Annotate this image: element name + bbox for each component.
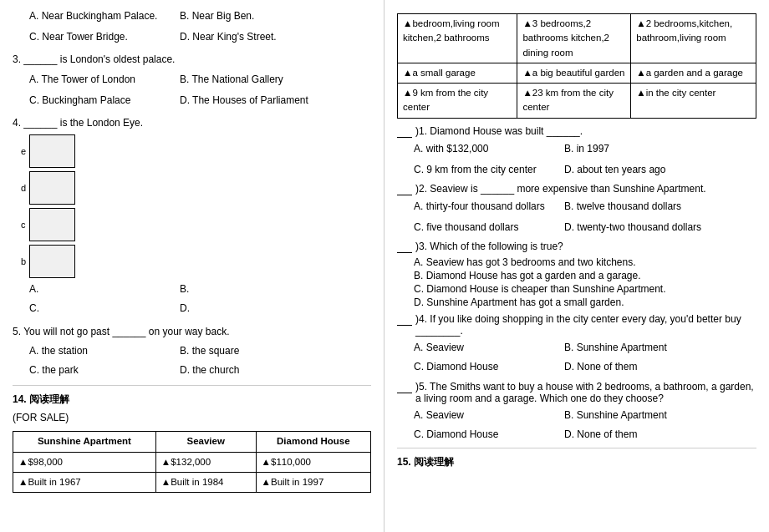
q11-text: )1. Diamond House was built ______. xyxy=(415,125,756,137)
q13-paren xyxy=(397,241,412,253)
option-c: C. Near Tower Bridge. xyxy=(29,29,163,45)
property-details-table: ▲bedroom,living room kitchen,2 bathrooms… xyxy=(397,13,756,119)
q12-b: B. twelve thousand dollars xyxy=(564,199,698,215)
q3-c: C. Buckingham Palace xyxy=(29,93,163,109)
q4-c: C. xyxy=(29,301,163,317)
table-header-row: Sunshine Apartment Seaview Diamond House xyxy=(13,432,371,452)
q5-text: 5. You will not go past ______ on your w… xyxy=(13,324,371,340)
q13-text: )3. Which of the following is true? xyxy=(415,241,756,252)
q15-d: D. None of them xyxy=(564,427,698,443)
q14-block: )4. If you like doing shopping in the ci… xyxy=(397,313,756,337)
sunshine-year: ▲Built in 1967 xyxy=(13,472,156,492)
q11-paren xyxy=(397,125,412,138)
q12-options: A. thirty-four thousand dollars B. twelv… xyxy=(414,199,756,215)
q15-c: C. Diamond House xyxy=(414,427,547,443)
q3-d: D. The Houses of Parliament xyxy=(180,93,313,109)
table-row-year: ▲Built in 1967 ▲Built in 1984 ▲Built in … xyxy=(13,472,371,492)
q5-c: C. the park xyxy=(29,362,163,378)
q14-paren xyxy=(397,313,412,326)
q14-options: A. Seaview B. Sunshine Apartment C. Diam… xyxy=(414,340,756,375)
option-b: B. Near Big Ben. xyxy=(180,8,313,24)
q3-b: B. The National Gallery xyxy=(180,72,313,88)
property-table: Sunshine Apartment Seaview Diamond House… xyxy=(13,431,371,493)
sunshine-price: ▲$98,000 xyxy=(13,452,156,472)
option-d: D. Near King's Street. xyxy=(180,29,313,45)
prop-seaview-rooms: ▲3 bedrooms,2 bathrooms kitchen,2 dining… xyxy=(517,14,631,63)
q11-b: B. in 1997 xyxy=(564,141,698,157)
q3-a: A. The Tower of London xyxy=(29,72,163,88)
q14-d: D. None of them xyxy=(564,359,698,375)
q11-options: A. with $132,000 B. in 1997 xyxy=(414,141,756,157)
diamond-year: ▲Built in 1997 xyxy=(256,472,370,492)
q12-options2: C. five thousand dollars D. twenty-two t… xyxy=(414,220,756,236)
q13-a: A. Seaview has got 3 bedrooms and two ki… xyxy=(414,256,756,268)
q15-paren xyxy=(397,381,412,393)
q12-text: )2. Seaview is ______ more expensive tha… xyxy=(415,183,756,195)
seaview-price: ▲$132,000 xyxy=(155,452,256,472)
q15-text: )5. The Smiths want to buy a house with … xyxy=(415,381,756,404)
left-panel: A. Near Buckingham Palace. B. Near Big B… xyxy=(0,0,384,532)
prop-seaview-location: ▲23 km from the city center xyxy=(517,84,631,119)
img-label-d: d xyxy=(21,183,26,193)
q13-b: B. Diamond House has got a garden and a … xyxy=(414,270,756,281)
q11-block: )1. Diamond House was built ______. xyxy=(397,125,756,138)
q3-text: 3. ______ is London's oldest palace. xyxy=(13,52,371,68)
q15-a: A. Seaview xyxy=(414,408,547,423)
section15-divider xyxy=(397,448,756,448)
q5-d: D. the church xyxy=(180,362,313,378)
prop-sunshine-rooms: ▲bedroom,living room kitchen,2 bathrooms xyxy=(398,14,517,63)
col-sunshine: Sunshine Apartment xyxy=(13,432,156,452)
q4-b: B. xyxy=(180,281,313,297)
prop-sunshine-garage: ▲a small garage xyxy=(398,63,517,83)
q15-options: A. Seaview B. Sunshine Apartment C. Diam… xyxy=(414,408,756,443)
img-label-c: c xyxy=(21,220,26,230)
q14-c: C. Diamond House xyxy=(414,359,547,375)
q3-block: 3. ______ is London's oldest palace. A. … xyxy=(13,52,371,109)
q4-text: 4. ______ is the London Eye. xyxy=(13,115,371,131)
img-label-b: b xyxy=(21,256,26,266)
option-a: A. Near Buckingham Palace. xyxy=(29,8,163,24)
q12-a: A. thirty-four thousand dollars xyxy=(414,199,547,215)
q14-a: A. Seaview xyxy=(414,340,547,356)
col-diamond: Diamond House xyxy=(256,432,370,452)
prop-diamond-location: ▲in the city center xyxy=(631,84,756,119)
q14-b: B. Sunshine Apartment xyxy=(564,340,698,356)
q12-c: C. five thousand dollars xyxy=(414,220,547,236)
q15-block: )5. The Smiths want to buy a house with … xyxy=(397,381,756,404)
col-seaview: Seaview xyxy=(155,432,256,452)
q5-a: A. the station xyxy=(29,343,163,359)
q11-a: A. with $132,000 xyxy=(414,141,547,157)
q12-block: )2. Seaview is ______ more expensive tha… xyxy=(397,183,756,195)
q4-a: A. xyxy=(29,281,163,297)
prop-row-location: ▲9 km from the city center ▲23 km from t… xyxy=(398,84,756,119)
q13-d: D. Sunshine Apartment has got a small ga… xyxy=(414,296,756,308)
prop-seaview-garage: ▲a big beautiful garden xyxy=(517,63,631,83)
section14-title: 14. 阅读理解 xyxy=(13,393,371,407)
prop-diamond-rooms: ▲2 bedrooms,kitchen, bathroom,living roo… xyxy=(631,14,756,63)
q4-d: D. xyxy=(180,301,313,317)
q11-d: D. about ten years ago xyxy=(564,162,698,178)
table-row-price: ▲$98,000 ▲$132,000 ▲$110,000 xyxy=(13,452,371,472)
intro-options: A. Near Buckingham Palace. B. Near Big B… xyxy=(13,8,371,45)
q15-b: B. Sunshine Apartment xyxy=(564,408,698,423)
q11-c: C. 9 km from the city center xyxy=(414,162,547,178)
img-label-e: e xyxy=(21,146,26,156)
section15-title: 15. 阅读理解 xyxy=(397,455,756,469)
seaview-year: ▲Built in 1984 xyxy=(155,472,256,492)
prop-row-garage: ▲a small garage ▲a big beautiful garden … xyxy=(398,63,756,83)
prop-row-rooms: ▲bedroom,living room kitchen,2 bathrooms… xyxy=(398,14,756,63)
q4-block: 4. ______ is the London Eye. e d c b xyxy=(13,115,371,317)
right-panel: ▲bedroom,living room kitchen,2 bathrooms… xyxy=(384,0,769,532)
q5-b: B. the square xyxy=(180,343,313,359)
q13-options: A. Seaview has got 3 bedrooms and two ki… xyxy=(414,256,756,308)
q11-options2: C. 9 km from the city center D. about te… xyxy=(414,162,756,178)
for-sale-label: (FOR SALE) xyxy=(13,410,371,426)
q12-d: D. twenty-two thousand dollars xyxy=(564,220,701,236)
diamond-price: ▲$110,000 xyxy=(256,452,370,472)
section-divider xyxy=(13,385,371,386)
q13-block: )3. Which of the following is true? xyxy=(397,241,756,253)
q5-block: 5. You will not go past ______ on your w… xyxy=(13,324,371,379)
prop-diamond-garage: ▲a garden and a garage xyxy=(631,63,756,83)
q13-c: C. Diamond House is cheaper than Sunshin… xyxy=(414,283,756,295)
prop-sunshine-location: ▲9 km from the city center xyxy=(398,84,517,119)
